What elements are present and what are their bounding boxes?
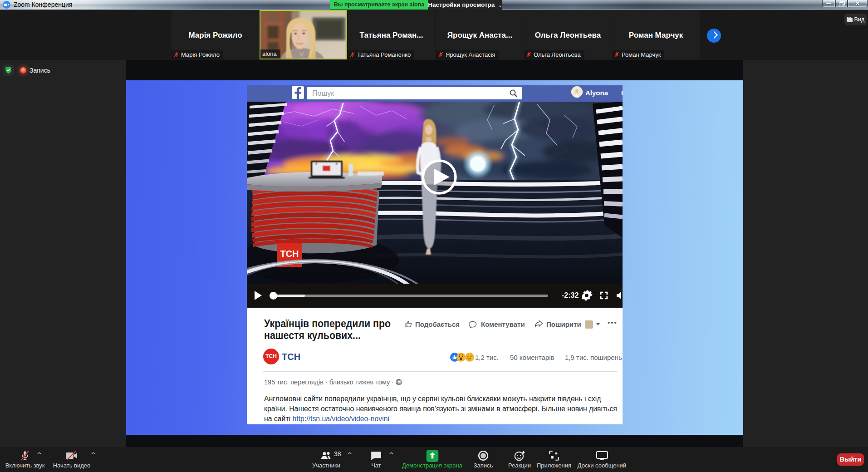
svg-text:ТСН: ТСН: [280, 249, 299, 259]
